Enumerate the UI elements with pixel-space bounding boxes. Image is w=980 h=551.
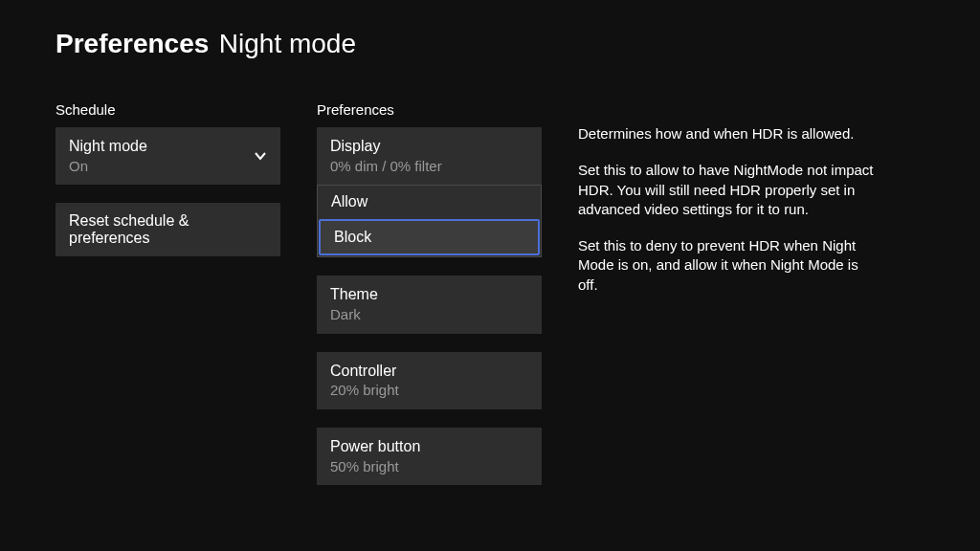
spacer — [317, 412, 542, 428]
content-area: Schedule Night mode On Reset schedule & … — [0, 59, 980, 488]
night-mode-title: Night mode — [69, 137, 147, 157]
hdr-dropdown-panel: Allow Block — [317, 185, 542, 257]
spacer — [317, 337, 542, 352]
display-setting[interactable]: Display 0% dim / 0% filter — [317, 127, 542, 185]
theme-setting[interactable]: Theme Dark — [317, 276, 542, 333]
schedule-label: Schedule — [56, 101, 280, 118]
spacer — [317, 260, 542, 276]
help-paragraph-1: Determines how and when HDR is allowed. — [578, 124, 875, 143]
hdr-option-allow[interactable]: Allow — [318, 186, 541, 218]
controller-value: 20% bright — [330, 381, 399, 400]
spacer — [56, 187, 280, 203]
display-value: 0% dim / 0% filter — [330, 157, 442, 176]
theme-value: Dark — [330, 305, 378, 324]
preferences-column: Preferences Display 0% dim / 0% filter A… — [317, 101, 542, 488]
night-mode-dropdown[interactable]: Night mode On — [56, 127, 280, 185]
schedule-column: Schedule Night mode On Reset schedule & … — [56, 101, 280, 488]
theme-title: Theme — [330, 285, 378, 305]
night-mode-value: On — [69, 157, 147, 176]
controller-title: Controller — [330, 362, 399, 382]
chevron-down-icon — [254, 149, 267, 163]
controller-setting[interactable]: Controller 20% bright — [317, 352, 542, 409]
reset-label: Reset schedule & preferences — [69, 212, 267, 247]
help-panel: Determines how and when HDR is allowed. … — [578, 101, 875, 488]
power-title: Power button — [330, 437, 420, 457]
power-value: 50% bright — [330, 457, 420, 476]
help-paragraph-2: Set this to allow to have NightMode not … — [578, 161, 875, 219]
reset-schedule-button[interactable]: Reset schedule & preferences — [56, 203, 280, 256]
preferences-label: Preferences — [317, 101, 542, 118]
page-subtitle: Night mode — [219, 29, 356, 58]
page-title: Preferences — [56, 29, 209, 58]
page-header: Preferences Night mode — [0, 0, 980, 59]
hdr-option-block[interactable]: Block — [319, 219, 540, 255]
power-button-setting[interactable]: Power button 50% bright — [317, 428, 542, 485]
help-paragraph-3: Set this to deny to prevent HDR when Nig… — [578, 236, 875, 295]
display-title: Display — [330, 137, 442, 157]
